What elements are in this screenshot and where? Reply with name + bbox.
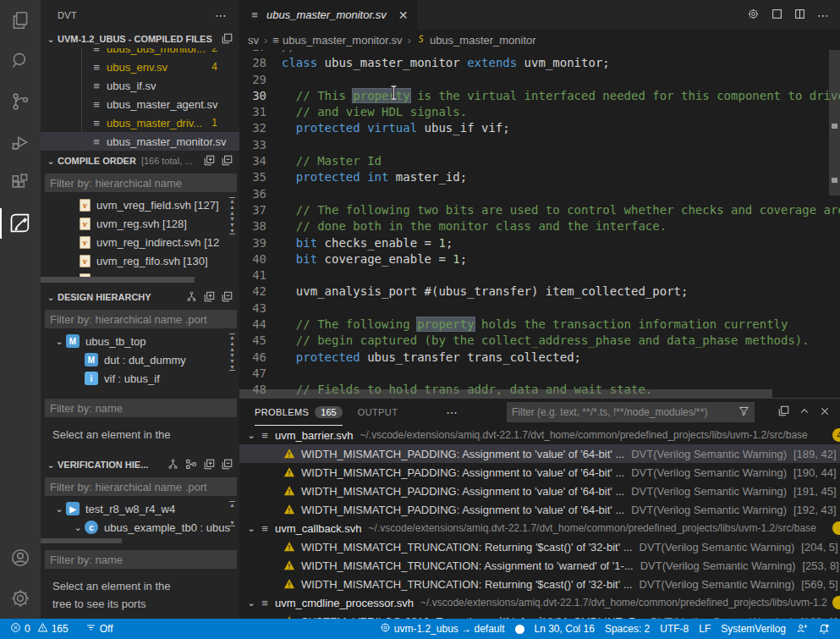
collapse-all-icon[interactable] [222,291,233,304]
tree-item[interactable]: ⌄ cubus_example_tb0 : ubus [41,518,239,537]
code-line[interactable]: 39 bit checks_enable = 1; [239,235,840,251]
verification-ports-filter-input[interactable] [45,550,237,569]
eol-sequence[interactable]: LF [694,623,716,635]
feedback-icon[interactable] [791,623,813,635]
dvt-project-status[interactable]: uvm-1.2_ubus → default [375,622,510,636]
split-editor-icon[interactable] [794,8,805,22]
close-panel-icon[interactable] [820,406,830,419]
problems-filter-input[interactable] [512,406,733,418]
editor-vertical-scrollbar[interactable] [829,50,840,196]
code-line[interactable]: 29 [239,72,840,88]
close-icon[interactable]: ✕ [398,8,409,22]
tree-nav-arrows[interactable]: ▲▲▲▼▼▼ [229,333,235,371]
open-in-editor-icon[interactable] [778,405,789,419]
gear-icon[interactable] [747,8,760,23]
problem-item-row[interactable]: WIDTH_MISMATCH_TRUNCATION: Returning '$c… [239,575,840,593]
design-hierarchy-filter-input[interactable] [45,310,237,328]
explorer-icon[interactable] [0,0,41,41]
compiled-file-item[interactable]: ≡ ubus_master_driv... 1 [41,113,239,132]
verification-hscrollbar[interactable] [41,538,122,543]
code-line[interactable]: 28class ubus_master_monitor extends uvm_… [239,55,840,71]
open-changes-icon[interactable] [771,8,782,22]
compile-order-item[interactable]: v uvm_reg.svh [128] [41,214,239,233]
extensions-icon[interactable] [0,163,41,203]
compile-order-item[interactable]: v [41,270,239,277]
tab-ubus-master-monitor[interactable]: ≡ ubus_master_monitor.sv ✕ [239,0,417,30]
tree-nav-arrows[interactable]: ▲▲▲▼▼▼ [229,197,235,234]
language-mode[interactable]: SystemVerilog [716,623,791,635]
expand-all-icon[interactable] [204,459,215,471]
code-line[interactable]: 30 // This property is the virtual inter… [239,88,840,104]
compiled-file-item[interactable]: ≡ ubus_master_agent.sv [41,95,239,113]
compile-order-item[interactable]: v uvm_reg_indirect.svh [12 [41,233,239,251]
factory-config-icon[interactable] [185,459,197,471]
section-diagnostics[interactable]: › DIAGNOSTICS [41,613,239,619]
problem-item-row[interactable]: WIDTH_MISMATCH_TRUNCATION: Returning '$c… [239,537,840,556]
compiled-file-item[interactable]: ≡ ubus_master_monitor.sv [41,132,239,151]
code-line[interactable]: 42 uvm_analysis_port #(ubus_transfer) it… [239,284,840,300]
expand-all-icon[interactable] [204,291,215,304]
hierarchy-icon[interactable] [186,291,197,304]
problems-status[interactable]: 0 165 [5,622,74,636]
section-compile-order[interactable]: ⌄ COMPILE ORDER [166 total, ... [41,151,239,170]
compiled-file-item[interactable]: ≡ ubus_bus_monitor... 2 [41,48,239,58]
compiled-file-item[interactable]: ≡ ubus_if.sv [41,76,239,95]
tree-item[interactable]: ⌄ ▶test_r8_w8_r4_w4 [41,499,239,518]
code-line[interactable]: 35 protected int master_id; [239,169,840,185]
lint-filter-status[interactable]: Off [80,622,118,636]
compiled-file-item[interactable]: ≡ ubus_env.sv 4 [41,58,239,76]
expand-all-icon[interactable] [204,155,215,168]
code-line[interactable]: 36 [239,186,840,202]
problem-file-row[interactable]: ⌄ ≡ uvm_barrier.svh ~/.vscode/extensions… [239,426,840,444]
settings-gear-icon[interactable] [0,578,41,619]
section-verification-hierarchy[interactable]: ⌄ VERIFICATION HIE... [41,455,239,474]
indentation[interactable]: Spaces: 2 [600,623,655,635]
tree-nav-arrows[interactable]: ▲▼ [229,501,235,526]
problem-file-row[interactable]: ⌄ ≡ uvm_callback.svh ~/.vscode/extension… [239,519,840,537]
collapse-all-icon[interactable] [222,459,233,471]
panel-more-tabs-icon[interactable]: ⋯ [446,405,458,419]
run-debug-icon[interactable] [0,122,41,163]
code-line[interactable]: 47 [239,366,840,382]
code-editor[interactable]: 27// 28class ubus_master_monitor extends… [239,50,840,398]
code-line[interactable]: 45 // begin captured (by the collect_add… [239,333,840,349]
collapse-all-icon[interactable] [222,155,233,168]
problem-item-row[interactable]: WIDTH_MISMATCH_PADDING: Assignment to 'v… [239,500,840,519]
funnel-icon[interactable] [738,405,749,419]
verification-filter-input[interactable] [45,477,237,496]
compile-order-item[interactable]: v uvm_vreg_field.svh [127] [41,196,239,214]
breadcrumb-file[interactable]: ubus_master_monitor.sv [283,34,403,47]
code-line[interactable]: 38 // done both in the monitor class and… [239,218,840,234]
problem-item-row[interactable]: WIDTH_MISMATCH_PADDING: Assignment to 'v… [239,444,840,463]
notifications-bell-icon[interactable] [813,623,835,635]
tree-item[interactable]: ivif : ubus_if [41,369,239,388]
code-line[interactable]: 41 [239,267,840,284]
code-line[interactable]: 43 [239,300,840,317]
code-line[interactable]: 37 // The following two bits are used to… [239,202,840,218]
tree-item[interactable]: Mdut : dut_dummy [41,350,239,369]
compile-order-hscrollbar[interactable] [41,277,195,283]
code-line[interactable]: 46 protected ubus_transfer trans_collect… [239,350,840,366]
account-icon[interactable] [0,537,41,578]
dvt-icon[interactable] [0,203,41,244]
dvt-status-dot[interactable] [510,625,530,634]
code-line[interactable]: 40 bit coverage_enable = 1; [239,251,840,267]
tab-problems[interactable]: PROBLEMS 165 [255,399,343,426]
open-new-window-icon[interactable] [222,33,233,46]
encoding[interactable]: UTF-8 [655,623,694,635]
problem-item-row[interactable]: SYSTEM_VERILOG-2012: Expecting ... `ifde… [239,612,840,619]
code-line[interactable]: 31 // and view HDL signals. [239,104,840,120]
sidebar-more-icon[interactable]: ⋯ [215,8,228,22]
code-line[interactable]: 34 // Master Id [239,153,840,169]
breadcrumb-folder[interactable]: sv [248,34,259,47]
section-design-hierarchy[interactable]: ⌄ DESIGN HIERARCHY [41,288,239,306]
cursor-position[interactable]: Ln 30, Col 16 [530,623,600,635]
source-control-icon[interactable] [0,81,41,122]
breadcrumb-symbol[interactable]: ubus_master_monitor [430,34,536,47]
editor-horizontal-scrollbar[interactable] [239,389,772,398]
problem-item-row[interactable]: WIDTH_MISMATCH_TRUNCATION: Assignment to… [239,556,840,575]
more-actions-icon[interactable]: ⋯ [817,8,830,22]
compile-order-filter-input[interactable] [45,174,237,192]
search-icon[interactable] [0,41,41,81]
tree-item[interactable]: ⌄ Mubus_tb_top [41,332,239,350]
